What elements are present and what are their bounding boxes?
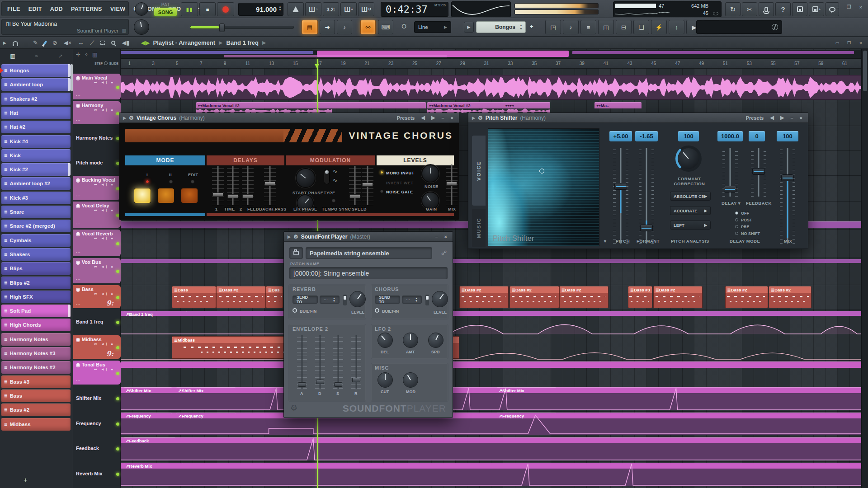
sfp-minimize-button[interactable]: –	[433, 234, 439, 239]
track-more-icon[interactable]: ···	[76, 277, 81, 282]
timeline-ruler[interactable]: 1357911131517192123252729313335373941434…	[121, 59, 861, 69]
pattern-item-17[interactable]: ≣Soft Pad	[1, 305, 71, 317]
delay-mode-radio-3[interactable]	[735, 232, 738, 235]
reverb-send-target[interactable]: ···▲▼	[320, 296, 340, 304]
track-more-icon[interactable]: ···	[76, 379, 81, 383]
spinner-icon[interactable]: ▲▼	[333, 297, 335, 302]
soundfont-titlebar[interactable]: ▶ ⚙ SoundFont Player (Master) – ×	[284, 232, 453, 242]
mix-slider[interactable]	[780, 148, 795, 244]
pattern-menu-button[interactable]: ▶	[464, 22, 474, 33]
portamento-button[interactable]: ♪	[337, 20, 352, 34]
pattern-selector[interactable]: Bongos ▲▼	[476, 21, 526, 33]
delay-mode-radio-2[interactable]	[735, 225, 738, 228]
wait-for-input-button[interactable]: Ш◔	[305, 2, 321, 16]
loop-record-button[interactable]: Ш+	[340, 2, 357, 16]
spd-knob[interactable]	[428, 333, 443, 348]
automation-clip-header[interactable]: ↗ Shifter Mix	[124, 387, 172, 394]
pattern-clip[interactable]: ≣ Bass #2	[509, 286, 559, 308]
gear-icon[interactable]: ⚙	[478, 115, 483, 121]
piano-roll-icon[interactable]: ♪	[563, 20, 579, 34]
mixer-icon[interactable]: ◫	[598, 20, 614, 34]
amt-knob[interactable]	[403, 333, 418, 348]
envelope-slider-s[interactable]	[333, 335, 343, 389]
grid-row-11[interactable]	[121, 361, 861, 386]
music-tab[interactable]: MUSIC	[472, 209, 486, 247]
pause-button[interactable]: ▮▮	[181, 2, 198, 16]
mute-tool[interactable]: ◀✕	[64, 39, 72, 46]
noise-gate-led[interactable]	[380, 190, 383, 193]
playlist-close-button[interactable]: ×	[856, 39, 865, 46]
delay-mode-radio-1[interactable]	[735, 218, 738, 221]
vc-section-modulation[interactable]: MODULATION	[286, 155, 375, 165]
track-controls[interactable]: ➦ ◄⟩ ●	[94, 108, 114, 112]
track-controls[interactable]: ➦ ◄⟩ ●	[94, 367, 114, 371]
vc-close-button[interactable]: ×	[449, 115, 455, 121]
track-enable-led[interactable]	[116, 296, 119, 299]
grid-row-8[interactable]: ≣ Bass≣ Bass #2≣ Bas≣ Bass #2≣ Bass #2≣ …	[121, 285, 861, 310]
reverb-send-to-button[interactable]: SEND TO	[292, 296, 318, 304]
slider-thumb[interactable]	[352, 378, 360, 382]
menu-item-file[interactable]: FILE	[7, 6, 20, 12]
vc-delay-slider-1[interactable]	[227, 166, 239, 205]
remote-control-icon[interactable]: ↕	[669, 20, 684, 34]
mod-type-toggle[interactable]	[324, 169, 330, 184]
automation-clip-header[interactable]: ↗ Shifter Mix	[176, 387, 236, 394]
pattern-item-2[interactable]: ≣Shakers #2	[1, 93, 71, 105]
pattern-item-13[interactable]: ≣Shakers	[1, 248, 71, 261]
patterns-tab-icon[interactable]: ▥	[10, 53, 15, 59]
grid-row-13[interactable]: ↗ Frequency↗ Frequency↗ Frequency	[121, 412, 861, 436]
reverb-level-knob[interactable]	[349, 291, 366, 307]
pattern-item-1[interactable]: ≣Ambient loop	[1, 78, 71, 91]
accurate-button[interactable]: ACCURATE▶	[670, 206, 711, 215]
audio-clip-body[interactable]	[121, 75, 861, 100]
track-controls[interactable]: ➦ ◄⟩ ●	[94, 342, 114, 346]
delay-mode-radio-0[interactable]	[735, 211, 738, 215]
envelope-slider-d[interactable]	[315, 335, 325, 389]
help-button[interactable]: ?	[775, 2, 791, 16]
playlist-breadcrumb-leaf[interactable]: Band 1 freq	[226, 39, 259, 46]
grid-row-15[interactable]: ↗ Reverb Mix	[121, 462, 861, 487]
cut-knob[interactable]	[377, 372, 393, 388]
save-new-version-button[interactable]: +	[809, 2, 824, 16]
track-controls[interactable]: ➦ ◄⟩ ●	[94, 236, 114, 240]
pattern-clip[interactable]: ≣ Bass #2	[459, 286, 509, 308]
picker-scrollbar[interactable]	[71, 64, 73, 91]
pitch-slider[interactable]	[613, 148, 628, 244]
track-more-icon[interactable]: ···	[76, 250, 81, 254]
pattern-item-3[interactable]: ≣Hat	[1, 107, 71, 119]
pattern-clip[interactable]: ≣ Bass #3	[628, 286, 652, 308]
slider-thumb[interactable]	[316, 380, 324, 384]
pattern-item-0[interactable]: ≣Bongos	[1, 64, 71, 77]
track-more-icon[interactable]: ···	[76, 94, 81, 98]
voice-tab[interactable]: VOICE	[472, 136, 486, 206]
scrollbar-thumb[interactable]	[863, 51, 867, 91]
mono-input-led[interactable]	[380, 171, 383, 174]
absolute-c5-button[interactable]: ABSOLUTE C5▶	[670, 192, 711, 201]
pattern-item-16[interactable]: ≣High SFX	[1, 291, 71, 303]
draw-tool[interactable]: ✎	[33, 39, 38, 46]
feedback-value-chip[interactable]: 0	[749, 131, 765, 141]
open-file-button[interactable]	[289, 247, 303, 259]
pattern-item-23[interactable]: ≣Bass	[1, 389, 71, 402]
track-enable-led[interactable]	[116, 270, 119, 273]
delay-mode-option[interactable]: OFF	[741, 211, 749, 216]
mode-pad-i[interactable]	[134, 188, 151, 203]
record-audio-button[interactable]	[759, 2, 774, 16]
vc-delay-slider-2[interactable]	[242, 166, 254, 205]
slider-thumb[interactable]	[446, 182, 457, 186]
delete-tool[interactable]: ⊘	[52, 39, 57, 46]
mix-value-chip[interactable]: 100	[777, 131, 798, 141]
mode-pad-ii[interactable]	[157, 188, 175, 203]
pattern-clip[interactable]: ≣ Bass	[172, 286, 216, 308]
vintage-chorus-titlebar[interactable]: ▶ ⚙ Vintage Chorus (Harmony) Presets ◀ ▶…	[119, 113, 459, 123]
grid-row-7[interactable]	[121, 258, 861, 285]
mod-knob[interactable]	[403, 372, 418, 388]
feedback-slider[interactable]	[751, 148, 766, 197]
track-header-6[interactable]: ◉ Vocal Reverb➦ ◄⟩ ●···	[73, 230, 121, 256]
track-header-7[interactable]: ◉ Vox Bus➦ ◄⟩ ●···	[73, 258, 121, 283]
track-enable-led[interactable]	[116, 372, 119, 375]
playlist-vertical-scrollbar[interactable]	[861, 49, 868, 488]
patch-name-field[interactable]: [0000:00]: String ensemble	[289, 267, 448, 279]
maximize-button[interactable]: ❐	[844, 4, 854, 10]
pattern-clip[interactable]: ≣ Bass #2	[216, 286, 266, 308]
